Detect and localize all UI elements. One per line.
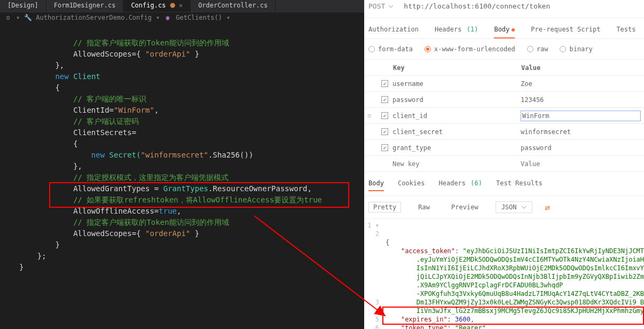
btn-raw[interactable]: Raw <box>414 202 434 212</box>
format-select[interactable]: JSON <box>496 201 532 213</box>
radio-raw[interactable]: raw <box>527 45 548 53</box>
radio-icon <box>560 46 566 52</box>
code-text: , <box>154 106 159 114</box>
btn-preview[interactable]: Preview <box>447 202 483 212</box>
wrap-icon[interactable]: ⇄ <box>545 202 551 213</box>
drag-icon[interactable]: ≡ <box>367 112 381 120</box>
code-text: AllowedGrantTypes = <box>73 184 163 193</box>
radio-formdata[interactable]: form-data <box>368 45 413 53</box>
checkbox[interactable] <box>381 144 388 151</box>
rtab-cookies[interactable]: Cookies <box>398 179 425 191</box>
editor-tab-bar: [Design] Form1Designer.cs Config.cs ⬣ ✕ … <box>0 0 364 12</box>
json-text: { <box>386 239 389 246</box>
home-icon[interactable]: o <box>4 14 12 21</box>
checkbox[interactable] <box>381 80 388 87</box>
code-text: }, <box>55 61 64 69</box>
tab-design[interactable]: [Design] <box>0 0 46 12</box>
kv-key-input[interactable] <box>392 160 519 168</box>
code-area[interactable]: // 指定客户端获取的Token能访问到的作用域 AllowedScopes={… <box>0 23 364 329</box>
code-text: { <box>73 139 77 148</box>
code-keyword: new <box>91 151 105 159</box>
tab-prerequest[interactable]: Pre-request Script <box>531 26 600 38</box>
json-value: IiVn3wJfx_lG2z7mBBsxj9MCMg5TevgZ6JQc9i85… <box>417 307 644 315</box>
kv-value-input[interactable] <box>521 128 641 136</box>
kv-row <box>364 124 644 140</box>
code-text: }, <box>73 162 82 170</box>
json-value: IsInN1YiI6IjEiLCJhdXRoX3RpbWUiOjE2MDk5OD… <box>417 264 644 272</box>
radio-icon <box>527 46 533 52</box>
request-tabs: Authorization Headers (1) Body Pre-reque… <box>364 18 644 39</box>
breadcrumb-project[interactable]: AuthorizationServerDemo.Config <box>36 14 152 21</box>
tab-body[interactable]: Body <box>494 26 515 38</box>
rtab-headers-label: Headers <box>438 179 466 187</box>
json-key: "access_token" <box>401 247 455 255</box>
kv-table: KeyValue ≡ <box>364 59 644 172</box>
checkbox[interactable] <box>381 96 388 103</box>
code-text: .Sha256()) <box>208 151 253 159</box>
kv-key-input[interactable] <box>392 144 519 152</box>
breadcrumb-method[interactable]: GetClients() <box>176 14 222 21</box>
btn-pretty[interactable]: Pretty <box>368 202 401 213</box>
code-comment: // 如果要获取refreshtoken，将AllowOfflineAccess… <box>73 195 322 204</box>
response-pane: Body Cookies Headers (6) Test Results Pr… <box>364 174 644 329</box>
radio-label: form-data <box>378 45 413 53</box>
kv-key-input[interactable] <box>392 128 519 136</box>
code-string: "orderApi" <box>145 50 190 58</box>
kv-row <box>364 92 644 108</box>
radio-label: binary <box>569 45 592 53</box>
json-viewer[interactable]: 1 ▾ 2 3 4 5 6 7 { "access_token": "eyJhb… <box>364 219 644 329</box>
code-comment: // 客户端的唯一标识 <box>73 95 146 103</box>
code-type: Client <box>69 72 100 81</box>
kv-value-input[interactable] <box>521 111 641 121</box>
code-text: } <box>19 263 23 271</box>
checkbox[interactable] <box>381 112 388 119</box>
code-comment: // 指定客户端获取的Token能访问到的作用域 <box>73 38 229 47</box>
code-text: } <box>190 229 199 238</box>
tab-config[interactable]: Config.cs ⬣ ✕ <box>123 0 191 12</box>
response-tabs: Body Cookies Headers (6) Test Results <box>364 174 644 196</box>
radio-label: raw <box>537 45 548 53</box>
chevron-down-icon <box>388 4 394 9</box>
method-select[interactable]: POST <box>368 0 394 12</box>
json-value: -XPOKgfuh3q3Vxky6QmuUqB8u4HadzL7IMUqAcY1… <box>417 290 644 297</box>
class-icon: 🔧 <box>24 14 32 21</box>
body-type-row: form-data x-www-form-urlencoded raw bina… <box>364 39 644 59</box>
kv-value-input[interactable] <box>521 160 641 168</box>
rtab-testresults[interactable]: Test Results <box>496 179 543 191</box>
radio-urlencoded[interactable]: x-www-form-urlencoded <box>425 45 515 53</box>
json-value: "eyJhbGciOiJSUzI1NiIsImtpZCI6IkYwRjIyNDE… <box>463 247 644 255</box>
code-type: GrantTypes <box>163 184 208 193</box>
code-text: } <box>55 240 59 249</box>
method-label: POST <box>368 2 385 10</box>
method-icon: ◉ <box>164 14 171 21</box>
code-type: Secret( <box>105 151 140 159</box>
kv-header-row: KeyValue <box>364 60 644 76</box>
rtab-body[interactable]: Body <box>368 179 384 191</box>
json-value: .eyJuYmYiOjE2MDk5ODQwODQsImV4cCI6MTYwOTk… <box>417 256 644 263</box>
json-value: Dm13FHYxwQZM9jZy13x0k0LeLZWMgZSNGyKc3Qws… <box>417 299 644 306</box>
chevron-down-icon <box>521 205 527 210</box>
kv-value-input[interactable] <box>521 80 641 88</box>
kv-value-input[interactable] <box>521 96 641 104</box>
kv-value-input[interactable] <box>521 144 641 152</box>
json-value: .X9Am9YClggRNVPIcplagFrDCFADU0BL3whqdP <box>417 281 563 289</box>
tab-ordercontroller[interactable]: OrderController.cs <box>191 0 276 12</box>
code-text: AllowedScopes={ <box>73 229 145 238</box>
code-text: } <box>190 50 199 58</box>
json-value: 3600 <box>455 316 470 323</box>
tab-form1designer[interactable]: Form1Designer.cs <box>46 0 124 12</box>
tab-tests[interactable]: Tests <box>616 26 635 38</box>
radio-icon <box>425 46 431 52</box>
checkbox[interactable] <box>381 128 388 135</box>
kv-key-input[interactable] <box>392 80 519 88</box>
kv-key-input[interactable] <box>392 96 519 104</box>
code-text: ClientSecrets= <box>73 128 136 137</box>
tab-headers[interactable]: Headers (1) <box>435 26 478 38</box>
tab-headers-label: Headers <box>435 26 462 33</box>
rtab-headers[interactable]: Headers (6) <box>438 179 482 191</box>
kv-key-input[interactable] <box>392 112 519 120</box>
url-input[interactable]: http://localhost:6100/connect/token <box>404 2 550 10</box>
tab-authorization[interactable]: Authorization <box>368 26 419 38</box>
radio-binary[interactable]: binary <box>560 45 592 53</box>
header-count: (1) <box>467 26 478 33</box>
